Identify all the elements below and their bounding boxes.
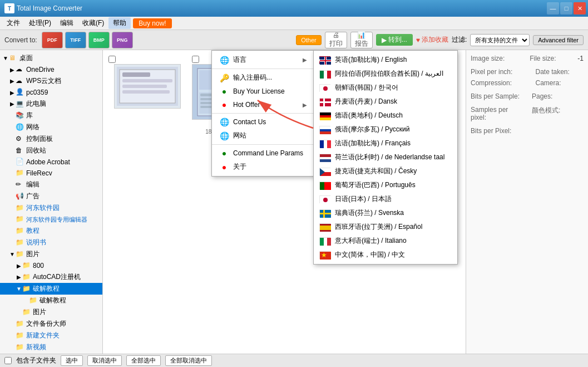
maximize-button[interactable]: □ bbox=[560, 2, 572, 14]
sidebar-item-manual[interactable]: 📁 说明书 bbox=[0, 237, 102, 248]
sidebar-item-advert[interactable]: 📢 广告 bbox=[0, 190, 102, 202]
convert-to-button[interactable]: ▶ 转到... bbox=[376, 34, 413, 46]
menu-website[interactable]: 🌐 网站 bbox=[212, 129, 314, 143]
pdf-button[interactable]: PDF bbox=[42, 32, 63, 48]
select-button[interactable]: 选中 bbox=[61, 355, 83, 366]
app-title: Total Image Converter bbox=[17, 4, 82, 12]
menu-hot-offer[interactable]: ● Hot Offer ▶ bbox=[212, 98, 314, 111]
sidebar-item-recycle[interactable]: 🗑 回收站 bbox=[0, 145, 102, 156]
thumbnail-svg-1 bbox=[117, 67, 178, 106]
print-button[interactable]: 🖨 打印 bbox=[325, 32, 347, 48]
menu-buy-license[interactable]: ● Buy Your License bbox=[212, 85, 314, 98]
sidebar-item-edit[interactable]: ✏ 编辑 bbox=[0, 179, 102, 190]
lang-cz[interactable]: 捷克语(捷克共和国) / Česky bbox=[314, 164, 457, 178]
tiff-button[interactable]: TIFF bbox=[65, 32, 86, 48]
svg-rect-20 bbox=[320, 71, 324, 79]
sidebar-item-library[interactable]: 📚 库 bbox=[0, 110, 102, 121]
flag-es bbox=[319, 223, 330, 231]
sidebar-item-pics2[interactable]: 📁 图片 bbox=[0, 306, 102, 318]
flag-cn: ★ bbox=[319, 251, 330, 259]
close-button[interactable]: ✕ bbox=[574, 2, 586, 14]
deselect-button[interactable]: 取消选中 bbox=[87, 355, 122, 366]
cmdline-icon: ● bbox=[219, 149, 230, 158]
svg-rect-50 bbox=[320, 224, 331, 226]
sidebar-item-desktop[interactable]: ▼ 🖥 桌面 bbox=[0, 52, 102, 64]
menu-cmdline[interactable]: ● Command Line Params bbox=[212, 146, 314, 160]
deselect-all-button[interactable]: 全部取消选中 bbox=[165, 355, 212, 366]
sidebar-item-800[interactable]: ▶ 📁 800 bbox=[0, 260, 102, 271]
lang-se[interactable]: 瑞典语(芬兰) / Svenska bbox=[314, 206, 457, 220]
menu-help[interactable]: 帮助 bbox=[108, 17, 131, 29]
cmdline-label: Command Line Params bbox=[233, 149, 303, 157]
sidebar-item-label: 回收站 bbox=[26, 146, 46, 155]
report-button[interactable]: 📊 报告 bbox=[350, 32, 373, 48]
thumb-checkbox-2[interactable] bbox=[192, 56, 199, 63]
sidebar-item-autocad[interactable]: ▶ 📁 AutoCAD注册机 bbox=[0, 271, 102, 283]
lang-en[interactable]: 英语(加勒比海) / English bbox=[314, 53, 457, 67]
include-sub-checkbox[interactable] bbox=[4, 357, 12, 364]
lang-pt[interactable]: 葡萄牙语(巴西) / Português bbox=[314, 178, 457, 192]
lang-ru-label: 俄语(摩尔多瓦) / Русский bbox=[335, 125, 410, 134]
menu-about[interactable]: ● 关于 bbox=[212, 160, 314, 174]
sidebar-item-onedrive[interactable]: ▶ ☁ OneDrive bbox=[0, 64, 102, 75]
sidebar-item-network[interactable]: 🌐 网络 bbox=[0, 121, 102, 133]
add-favorite-button[interactable]: ♥ 添加收藏 bbox=[416, 35, 448, 45]
lang-es[interactable]: 西班牙语(拉丁美洲) / Español bbox=[314, 220, 457, 234]
lang-nl[interactable]: 荷兰语(比利时) / de Nederlandse taal bbox=[314, 150, 457, 164]
pics2-icon: 📁 bbox=[22, 308, 31, 317]
file-size-label: File size: bbox=[530, 55, 572, 62]
sidebar-item-control[interactable]: ⚙ 控制面板 bbox=[0, 133, 102, 145]
autocad-icon: 📁 bbox=[22, 273, 31, 282]
sidebar-item-crack2[interactable]: 📁 破解教程 bbox=[0, 295, 102, 306]
menu-register[interactable]: 🔑 输入注册码... bbox=[212, 71, 314, 85]
menu-process[interactable]: 处理(P) bbox=[24, 17, 56, 29]
adobe-icon: 📄 bbox=[16, 158, 24, 167]
lang-kr[interactable]: 朝鲜语(韩国) / 한국어 bbox=[314, 81, 457, 95]
other-button[interactable]: Other bbox=[296, 35, 322, 45]
sidebar-item-backup[interactable]: 📁 文件备份大师 bbox=[0, 318, 102, 330]
filter-select[interactable]: 所有支持的文件 bbox=[470, 34, 530, 46]
sidebar-item-hedong2[interactable]: 📁 河东软件园专用编辑器 bbox=[0, 214, 102, 225]
lang-cn[interactable]: ★ 中文(简体，中国) / 中文 bbox=[314, 248, 457, 262]
sidebar-item-hedong[interactable]: 📁 河东软件园 bbox=[0, 202, 102, 214]
lang-dk[interactable]: 丹麦语(丹麦) / Dansk bbox=[314, 95, 457, 109]
lang-jp[interactable]: 日语(日本) / 日本語 bbox=[314, 192, 457, 206]
select-all-button[interactable]: 全部选中 bbox=[126, 355, 161, 366]
buy-now-button[interactable]: Buy now! bbox=[133, 18, 171, 28]
expand-arrow: ▼ bbox=[2, 55, 9, 61]
sidebar-item-filerecv[interactable]: 📁 FileRecv bbox=[0, 168, 102, 179]
menu-edit[interactable]: 编辑 bbox=[56, 17, 78, 29]
sidebar-item-wps[interactable]: ▶ ☁ WPS云文档 bbox=[0, 75, 102, 87]
advanced-filter-button[interactable]: Advanced filter bbox=[533, 35, 584, 45]
sidebar-item-crack[interactable]: ▼ 📁 破解教程 bbox=[0, 283, 102, 295]
sidebar-item-pictures[interactable]: ▼ 📁 图片 bbox=[0, 248, 102, 260]
png-button[interactable]: PNG bbox=[112, 32, 133, 48]
sidebar-item-adobe[interactable]: 📄 Adobe Acrobat bbox=[0, 156, 102, 168]
lang-fr[interactable]: 法语(加勒比海) / Français bbox=[314, 136, 457, 150]
sidebar-item-newvideo[interactable]: 📁 新视频 bbox=[0, 341, 102, 353]
menu-language[interactable]: 🌐 语言 ▶ bbox=[212, 53, 314, 67]
hedong-icon: 📁 bbox=[16, 204, 24, 213]
thumb-checkbox-1[interactable] bbox=[108, 56, 116, 63]
lang-de[interactable]: 德语(奥地利) / Deutsch bbox=[314, 109, 457, 123]
menu-contact[interactable]: 🌐 Contact Us bbox=[212, 115, 314, 129]
sidebar-item-label: AutoCAD注册机 bbox=[33, 272, 81, 282]
sidebar-item-label: 文件备份大师 bbox=[26, 319, 66, 329]
menu-file[interactable]: 文件 bbox=[2, 17, 24, 29]
bmp-button[interactable]: BMP bbox=[88, 32, 110, 48]
menu-favorites[interactable]: 收藏(F) bbox=[78, 17, 108, 29]
lang-dk-label: 丹麦语(丹麦) / Dansk bbox=[335, 97, 397, 106]
sidebar-item-pc0359[interactable]: ▶ 👤 pc0359 bbox=[0, 87, 102, 98]
minimize-button[interactable]: — bbox=[547, 2, 559, 14]
sidebar-item-tutorial[interactable]: 📁 教程 bbox=[0, 225, 102, 237]
sidebar-item-label: 破解教程 bbox=[39, 296, 66, 305]
lang-ru[interactable]: 俄语(摩尔多瓦) / Русский bbox=[314, 123, 457, 136]
lang-ar[interactable]: 阿拉伯语(阿拉伯联合酋长国) / العربية bbox=[314, 67, 457, 81]
flag-se bbox=[319, 209, 330, 217]
lang-it[interactable]: 意大利语(端士) / Italiano bbox=[314, 234, 457, 248]
sidebar-item-mypc[interactable]: ▶ 💻 此电脑 bbox=[0, 98, 102, 110]
sidebar-item-newfolder[interactable]: 📁 新建文件夹 bbox=[0, 330, 102, 341]
svg-rect-53 bbox=[320, 238, 324, 246]
bits-sample-label: Bits per Sample: bbox=[471, 92, 521, 100]
flag-dk bbox=[319, 98, 330, 106]
